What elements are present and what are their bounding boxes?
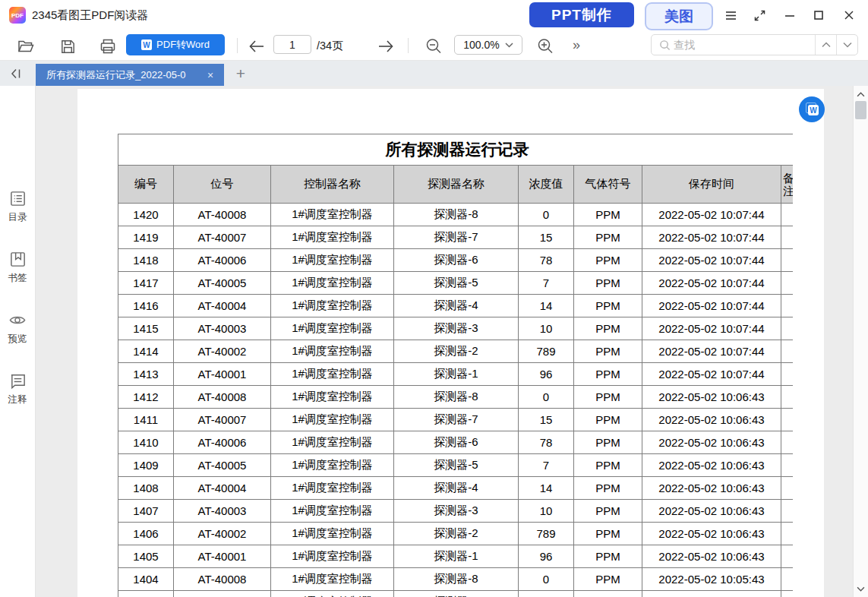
table-cell: AT-40007 — [174, 226, 271, 249]
table-cell: 1416 — [118, 295, 174, 317]
table-cell: 2022-05-02 10:06:43 — [642, 386, 781, 409]
zoom-out-button[interactable] — [424, 36, 443, 56]
document-area[interactable]: 所有探测器运行记录 编号位号控制器名称探测器名称浓度值气体符号保存时间备注 14… — [36, 86, 853, 597]
table-cell: PPM — [574, 477, 642, 500]
table-cell: 1404 — [118, 568, 174, 591]
column-header: 探测器名称 — [394, 166, 519, 204]
table-cell: 78 — [519, 249, 574, 272]
vertical-scrollbar[interactable] — [853, 86, 868, 597]
table-cell: 探测器-6 — [394, 249, 519, 272]
table-row: 1408AT-400041#调度室控制器探测器-414PPM2022-05-02… — [118, 477, 794, 500]
document-tab[interactable]: 所有探测器运行记录_2022-05-0 × — [36, 64, 224, 86]
close-button[interactable] — [838, 0, 860, 30]
table-cell: 2022-05-02 10:07:44 — [642, 204, 781, 226]
table-row: 1417AT-400051#调度室控制器探测器-57PPM2022-05-02 … — [118, 272, 794, 295]
sidebar-item-label: 目录 — [0, 211, 35, 224]
table-cell: AT-40002 — [174, 340, 271, 363]
table-cell: PPM — [574, 363, 642, 386]
sidebar-item-label: 书签 — [0, 272, 35, 285]
table-cell: 探测器-5 — [394, 454, 519, 477]
table-cell: PPM — [574, 249, 642, 272]
export-to-word-floating-button[interactable]: W — [799, 96, 825, 122]
minimize-button[interactable] — [779, 0, 800, 30]
toolbar-divider — [408, 38, 409, 53]
table-row: 1407AT-400031#调度室控制器探测器-310PPM2022-05-02… — [118, 500, 794, 523]
catalog-icon — [9, 190, 27, 207]
table-cell: 2022-05-02 10:06:43 — [642, 431, 781, 454]
table-cell: 探测器-8 — [394, 386, 519, 409]
scroll-down-button[interactable] — [854, 582, 868, 595]
table-row: 1418AT-400061#调度室控制器探测器-678PPM2022-05-02… — [118, 249, 794, 272]
table-cell: 2022-05-02 10:07:44 — [642, 226, 781, 249]
table-cell: 15 — [519, 591, 574, 597]
zoom-level-select[interactable]: 100.0% — [454, 35, 522, 55]
table-cell: 1#调度室控制器 — [271, 295, 394, 317]
tab-label: 所有探测器运行记录_2022-05-0 — [36, 68, 201, 82]
table-cell: 0 — [519, 568, 574, 591]
more-tools-button[interactable]: » — [568, 30, 585, 61]
page-number-input[interactable] — [273, 35, 311, 54]
table-cell: 1#调度室控制器 — [271, 409, 394, 431]
sidebar-item-catalog[interactable]: 目录 — [0, 190, 35, 224]
table-cell — [781, 500, 794, 523]
table-cell: PPM — [574, 568, 642, 591]
menu-button[interactable] — [720, 0, 741, 30]
table-cell: 1#调度室控制器 — [271, 477, 394, 500]
table-cell — [781, 317, 794, 340]
search-next-button[interactable] — [836, 35, 857, 55]
table-cell: 探测器-7 — [394, 591, 519, 597]
table-cell — [781, 477, 794, 500]
table-cell: AT-40008 — [174, 568, 271, 591]
maximize-button[interactable] — [808, 0, 829, 30]
table-cell: 1#调度室控制器 — [271, 386, 394, 409]
table-cell: 探测器-7 — [394, 409, 519, 431]
search-input[interactable] — [671, 39, 815, 51]
table-cell — [781, 591, 794, 597]
sidebar-item-preview[interactable]: 预览 — [0, 311, 35, 346]
table-row: 1412AT-400081#调度室控制器探测器-80PPM2022-05-02 … — [118, 386, 794, 409]
save-button[interactable] — [58, 36, 77, 56]
sidebar-item-annotation[interactable]: 注释 — [0, 372, 35, 406]
sidebar-item-bookmark[interactable]: 书签 — [0, 251, 35, 285]
new-tab-button[interactable]: + — [230, 64, 251, 85]
open-file-button[interactable] — [16, 36, 36, 56]
table-header-row: 编号位号控制器名称探测器名称浓度值气体符号保存时间备注 — [118, 166, 794, 204]
table-cell: 1417 — [118, 272, 174, 295]
table-cell: 789 — [519, 340, 574, 363]
table-cell: 2022-05-02 10:07:44 — [642, 340, 781, 363]
column-header: 气体符号 — [574, 166, 642, 204]
next-page-button[interactable] — [376, 36, 396, 56]
open-folder-icon — [17, 37, 35, 55]
scroll-up-button[interactable] — [854, 87, 868, 101]
save-icon — [59, 38, 77, 55]
chevron-down-icon — [843, 42, 852, 48]
table-cell: 7 — [519, 272, 574, 295]
zoom-in-button[interactable] — [535, 36, 555, 56]
table-cell: AT-40003 — [174, 317, 271, 340]
scrollbar-thumb[interactable] — [855, 101, 866, 119]
table-cell: PPM — [574, 545, 642, 568]
print-button[interactable] — [98, 36, 118, 56]
bookmark-icon — [9, 251, 27, 268]
pdf-to-word-button[interactable]: W PDF转Word — [126, 34, 225, 55]
table-cell: 0 — [519, 204, 574, 226]
document-title-row: 所有探测器运行记录 — [118, 134, 794, 166]
table-row: 1414AT-400021#调度室控制器探测器-2789PPM2022-05-0… — [118, 340, 794, 363]
search-previous-button[interactable] — [815, 35, 836, 55]
collapse-panel-button[interactable] — [6, 65, 26, 82]
word-icon: W — [141, 39, 152, 50]
table-cell: 2022-05-02 10:06:43 — [642, 545, 781, 568]
table-cell: 探测器-6 — [394, 431, 519, 454]
table-cell: 1#调度室控制器 — [271, 272, 394, 295]
table-cell: 1406 — [118, 523, 174, 545]
previous-page-button[interactable] — [247, 36, 267, 56]
table-cell: 2022-05-02 10:07:44 — [642, 295, 781, 317]
table-row: 1415AT-400031#调度室控制器探测器-310PPM2022-05-02… — [118, 317, 794, 340]
table-cell: 1#调度室控制器 — [271, 317, 394, 340]
tab-close-icon[interactable]: × — [201, 69, 219, 81]
table-row: 1420AT-400081#调度室控制器探测器-80PPM2022-05-02 … — [118, 204, 794, 226]
meitu-button[interactable]: 美图 — [645, 2, 713, 30]
fullscreen-button[interactable] — [749, 0, 770, 30]
table-cell: 探测器-2 — [394, 523, 519, 545]
ppt-maker-button[interactable]: PPT制作 — [529, 2, 634, 27]
